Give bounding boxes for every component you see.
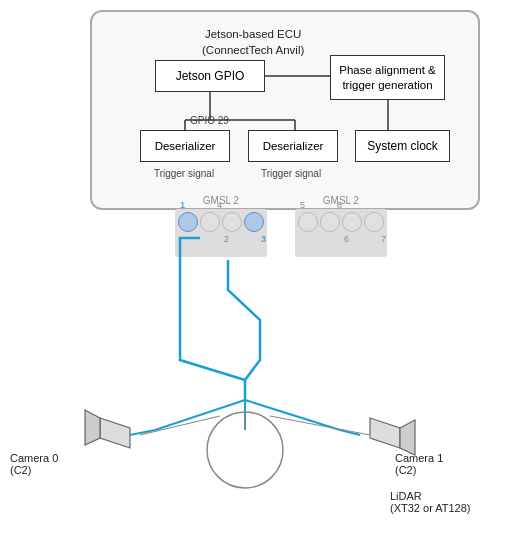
system-clock-box: System clock <box>355 130 450 162</box>
deserializer-1-label: Deserializer <box>155 140 216 152</box>
port-3: 3 <box>244 212 264 232</box>
port-8: 8 <box>320 212 340 232</box>
svg-marker-9 <box>370 418 400 448</box>
lidar-label: LiDAR(XT32 or AT128) <box>390 490 471 514</box>
gmsl-connector-group-1: GMSL 2 1 4 2 3 <box>175 195 267 257</box>
connector-grid-1: 1 4 2 3 <box>175 209 267 257</box>
port-7: 7 <box>364 212 384 232</box>
port-6: 6 <box>342 212 362 232</box>
port-5: 5 <box>298 212 318 232</box>
trigger-label-1: Trigger signal <box>143 168 225 179</box>
gpio-box: Jetson GPIO <box>155 60 265 92</box>
svg-marker-7 <box>100 418 130 448</box>
trigger-label-2: Trigger signal <box>250 168 332 179</box>
deserializer-2-box: Deserializer <box>248 130 338 162</box>
phase-alignment-box: Phase alignment &trigger generation <box>330 55 445 100</box>
svg-line-11 <box>140 416 220 435</box>
svg-line-12 <box>270 416 370 435</box>
phase-alignment-label: Phase alignment &trigger generation <box>339 63 436 93</box>
gpio-box-label: Jetson GPIO <box>176 69 245 83</box>
diagram-container: Jetson-based ECU (ConnectTech Anvil) Jet… <box>0 0 525 550</box>
ecu-label: Jetson-based ECU (ConnectTech Anvil) <box>202 26 304 58</box>
deserializer-1-box: Deserializer <box>140 130 230 162</box>
camera-1-label: Camera 1(C2) <box>395 452 443 476</box>
ecu-box: Jetson-based ECU (ConnectTech Anvil) <box>90 10 480 210</box>
svg-marker-10 <box>400 420 415 455</box>
port-1: 1 <box>178 212 198 232</box>
deserializer-2-label: Deserializer <box>263 140 324 152</box>
camera-0-label: Camera 0(C2) <box>10 452 58 476</box>
port-4: 4 <box>200 212 220 232</box>
connector-grid-2: 5 8 6 7 <box>295 209 387 257</box>
port-2: 2 <box>222 212 242 232</box>
svg-point-6 <box>207 412 283 488</box>
svg-marker-8 <box>85 410 100 445</box>
system-clock-label: System clock <box>367 139 438 153</box>
gpio29-label: GPIO 29 <box>190 115 229 126</box>
gmsl-connector-group-2: GMSL 2 5 8 6 7 <box>295 195 387 257</box>
